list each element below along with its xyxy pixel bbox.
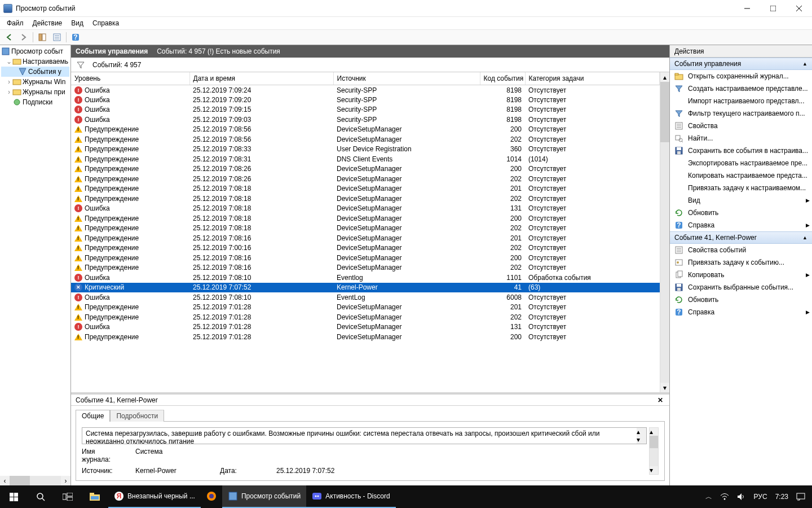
table-header-row[interactable]: Уровень Дата и время Источник Код событи… — [71, 72, 660, 85]
table-row[interactable]: Предупреждение25.12.2019 7:08:18DeviceSe… — [71, 213, 660, 224]
tree-app-logs[interactable]: › Журналы при — [1, 87, 69, 97]
table-row[interactable]: !Ошибка25.12.2019 7:08:10Eventlog1101Обр… — [71, 273, 660, 283]
svg-rect-51 — [91, 496, 99, 500]
explorer-button[interactable] — [81, 485, 108, 508]
detail-vscrollbar[interactable]: ▴▾ — [649, 427, 659, 475]
menu-view[interactable]: Вид — [67, 18, 88, 28]
table-row[interactable]: Предупреждение25.12.2019 7:08:33User Dev… — [71, 144, 660, 155]
actions-section-2[interactable]: Событие 41, Kernel-Power▲ — [670, 231, 812, 244]
table-row[interactable]: Предупреждение25.12.2019 7:01:28DeviceSe… — [71, 303, 660, 313]
svg-rect-40 — [677, 284, 681, 287]
language-indicator[interactable]: РУС — [754, 493, 767, 501]
table-row[interactable]: Предупреждение25.12.2019 7:08:18DeviceSe… — [71, 194, 660, 204]
window-title: Просмотр событий — [16, 5, 75, 12]
table-row[interactable]: !Ошибка25.12.2019 7:09:15Security-SPP819… — [71, 105, 660, 115]
action-item[interactable]: Обновить — [670, 294, 812, 306]
taskview-button[interactable] — [54, 485, 81, 508]
tree-subscriptions[interactable]: Подписки — [1, 97, 69, 107]
clock[interactable]: 7:23 — [775, 493, 788, 501]
tab-general[interactable]: Общие — [76, 410, 110, 422]
table-row[interactable]: Предупреждение25.12.2019 7:01:28DeviceSe… — [71, 332, 660, 342]
tab-details[interactable]: Подробности — [110, 410, 164, 422]
table-row[interactable]: Предупреждение25.12.2019 7:08:56DeviceSe… — [71, 134, 660, 144]
table-row[interactable]: !Ошибка25.12.2019 7:09:03Security-SPP819… — [71, 115, 660, 125]
table-row[interactable]: Предупреждение25.12.2019 7:08:31DNS Clie… — [71, 154, 660, 164]
notifications-icon[interactable] — [796, 493, 805, 501]
action-item[interactable]: Сохранить все события в настраива... — [670, 144, 812, 157]
wifi-icon[interactable] — [720, 493, 729, 501]
taskbar-app[interactable]: ЯВнезапный черный ... — [108, 485, 201, 508]
action-item[interactable]: Сохранить выбранные события... — [670, 281, 812, 294]
properties-button[interactable] — [50, 31, 64, 43]
detail-log-label: Имя журнала: — [82, 448, 124, 463]
col-category[interactable]: Категория задачи — [525, 72, 660, 85]
events-table[interactable]: Уровень Дата и время Источник Код событи… — [71, 72, 660, 342]
tree-windows-logs[interactable]: › Журналы Win — [1, 77, 69, 87]
taskbar-app[interactable]: Просмотр событий — [222, 485, 306, 508]
help-button[interactable]: ? — [69, 31, 82, 43]
table-row[interactable]: !Ошибка25.12.2019 7:08:10EventLog6008Отс… — [71, 292, 660, 303]
action-item[interactable]: Свойства событий — [670, 244, 812, 256]
table-row[interactable]: Предупреждение25.12.2019 7:01:28DeviceSe… — [71, 312, 660, 322]
table-row[interactable]: Предупреждение25.12.2019 7:08:16DeviceSe… — [71, 253, 660, 263]
table-row[interactable]: Предупреждение25.12.2019 7:08:26DeviceSe… — [71, 174, 660, 184]
table-row[interactable]: Предупреждение25.12.2019 7:08:56DeviceSe… — [71, 125, 660, 135]
menu-help[interactable]: Справка — [88, 18, 123, 28]
detail-close-button[interactable]: ✕ — [656, 396, 665, 405]
tree-root[interactable]: Просмотр событ — [1, 46, 69, 56]
table-row[interactable]: Предупреждение25.12.2019 7:08:16DeviceSe… — [71, 233, 660, 243]
action-item[interactable]: Копировать настраиваемое предста... — [670, 169, 812, 182]
col-source[interactable]: Источник — [333, 72, 480, 85]
action-item[interactable]: Вид▶ — [670, 194, 812, 207]
maximize-button[interactable] — [760, 0, 786, 17]
table-row[interactable]: Предупреждение25.12.2019 7:08:16DeviceSe… — [71, 263, 660, 273]
minimize-button[interactable] — [734, 0, 760, 17]
show-hide-tree-button[interactable] — [36, 31, 49, 43]
action-item[interactable]: Привязать задачу к настраиваемом... — [670, 182, 812, 194]
table-row[interactable]: !Ошибка25.12.2019 7:09:20Security-SPP819… — [71, 95, 660, 105]
tree-admin-events[interactable]: События у — [1, 67, 69, 77]
volume-icon[interactable] — [737, 493, 746, 501]
action-item[interactable]: Копировать▶ — [670, 269, 812, 281]
col-eventid[interactable]: Код события — [480, 72, 525, 85]
action-item[interactable]: ?Справка▶ — [670, 219, 812, 231]
actions-section-1[interactable]: События управления▲ — [670, 58, 812, 70]
menu-action[interactable]: Действие — [28, 18, 67, 28]
tree-hscrollbar[interactable]: ‹› — [0, 476, 70, 485]
events-vscrollbar[interactable]: ▴▾ — [660, 72, 669, 392]
action-item[interactable]: Создать настраиваемое представле... — [670, 82, 812, 95]
tray-chevron-icon[interactable]: ︿ — [705, 492, 712, 502]
cell-category: Отсутствует — [525, 213, 660, 224]
action-item[interactable]: Найти... — [670, 132, 812, 144]
table-row[interactable]: Предупреждение25.12.2019 7:00:16DeviceSe… — [71, 243, 660, 253]
table-row[interactable]: Предупреждение25.12.2019 7:08:26DeviceSe… — [71, 164, 660, 174]
search-button[interactable] — [27, 485, 54, 508]
action-item[interactable]: Экспортировать настраиваемое пре... — [670, 157, 812, 169]
system-tray[interactable]: ︿ РУС 7:23 — [699, 492, 812, 502]
table-row[interactable]: !Ошибка25.12.2019 7:08:18DeviceSetupMana… — [71, 204, 660, 214]
table-row[interactable]: Предупреждение25.12.2019 7:08:18DeviceSe… — [71, 224, 660, 234]
cell-datetime: 25.12.2019 7:08:31 — [189, 154, 333, 164]
action-item[interactable]: Свойства — [670, 120, 812, 132]
back-button[interactable] — [2, 31, 16, 43]
action-item[interactable]: Фильтр текущего настраиваемого п... — [670, 107, 812, 120]
table-row[interactable]: !Ошибка25.12.2019 7:01:28DeviceSetupMana… — [71, 322, 660, 332]
action-item[interactable]: Привязать задачу к событию... — [670, 256, 812, 269]
action-item[interactable]: ?Справка▶ — [670, 306, 812, 318]
menu-file[interactable]: Файл — [2, 18, 28, 28]
forward-button[interactable] — [17, 31, 30, 43]
taskbar-app[interactable] — [201, 485, 222, 508]
start-button[interactable] — [0, 485, 27, 508]
cell-datetime: 25.12.2019 7:09:20 — [189, 95, 333, 105]
col-level[interactable]: Уровень — [71, 72, 189, 85]
table-row[interactable]: Предупреждение25.12.2019 7:08:18DeviceSe… — [71, 184, 660, 194]
col-datetime[interactable]: Дата и время — [189, 72, 333, 85]
table-row[interactable]: ✕Критический25.12.2019 7:07:52Kernel-Pow… — [71, 283, 660, 293]
action-item[interactable]: Открыть сохраненный журнал... — [670, 70, 812, 82]
action-item[interactable]: Импорт настраиваемого представл... — [670, 95, 812, 107]
table-row[interactable]: !Ошибка25.12.2019 7:09:24Security-SPP819… — [71, 85, 660, 95]
action-item[interactable]: Обновить — [670, 207, 812, 219]
close-button[interactable] — [786, 0, 812, 17]
tree-custom-views[interactable]: ⌄ Настраиваемь — [1, 56, 69, 67]
taskbar-app[interactable]: Активность - Discord — [306, 485, 395, 508]
